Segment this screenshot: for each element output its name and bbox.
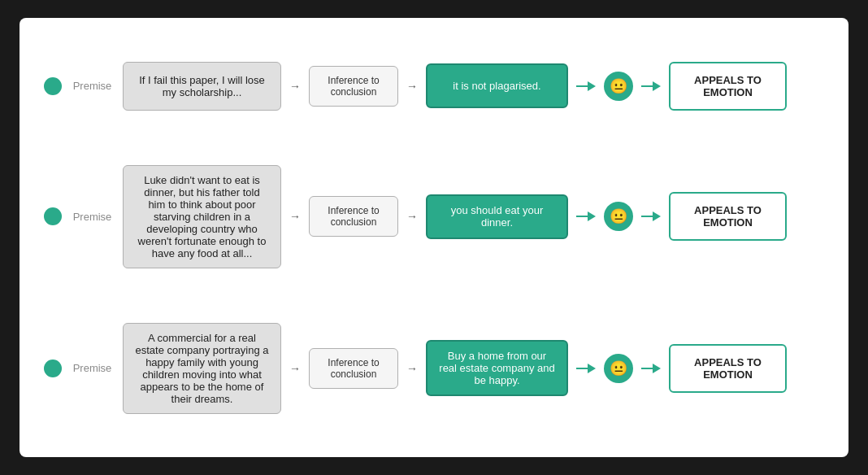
conclusion-box-3: Buy a home from our real estate company … xyxy=(426,340,568,396)
arrow-1: → xyxy=(289,80,301,93)
main-container: Premise If I fail this paper, I will los… xyxy=(20,18,848,457)
emoji-2: 😐 xyxy=(604,202,633,231)
teal-arrow-1b xyxy=(641,81,661,91)
teal-arrow-3 xyxy=(576,364,596,373)
arrow-6: → xyxy=(406,362,418,375)
row-3: Premise A commercial for a real estate c… xyxy=(44,323,824,414)
teal-arrow-2 xyxy=(576,211,596,221)
circle-2 xyxy=(44,207,62,225)
row-2: Premise Luke didn't want to eat is dinne… xyxy=(44,165,824,268)
emoji-3: 😐 xyxy=(604,354,633,383)
row-1: Premise If I fail this paper, I will los… xyxy=(44,62,824,111)
teal-arrow-2b xyxy=(641,211,661,221)
appeals-box-1: APPEALS TO EMOTION xyxy=(669,62,787,111)
arrow-5: → xyxy=(289,362,301,375)
arrow-2: → xyxy=(406,80,418,93)
premise-box-2: Luke didn't want to eat is dinner, but h… xyxy=(123,165,281,268)
inference-box-3: Inference to conclusion xyxy=(309,348,398,389)
teal-arrow-1 xyxy=(576,81,596,91)
conclusion-box-2: you should eat your dinner. xyxy=(426,194,568,239)
premise-label-3: Premise xyxy=(70,362,115,374)
appeals-box-3: APPEALS TO EMOTION xyxy=(669,344,787,393)
circle-3 xyxy=(44,360,62,377)
appeals-box-2: APPEALS TO EMOTION xyxy=(669,192,787,241)
arrow-4: → xyxy=(406,210,418,223)
premise-label-1: Premise xyxy=(70,80,115,92)
premise-box-1: If I fail this paper, I will lose my sch… xyxy=(123,62,281,111)
emoji-1: 😐 xyxy=(604,72,633,101)
circle-1 xyxy=(44,77,62,95)
conclusion-box-1: it is not plagarised. xyxy=(426,63,568,108)
inference-box-1: Inference to conclusion xyxy=(309,66,398,107)
inference-box-2: Inference to conclusion xyxy=(309,196,398,237)
premise-box-3: A commercial for a real estate company p… xyxy=(123,323,281,414)
arrow-3: → xyxy=(289,210,301,223)
teal-arrow-3b xyxy=(641,364,661,373)
premise-label-2: Premise xyxy=(70,211,115,223)
